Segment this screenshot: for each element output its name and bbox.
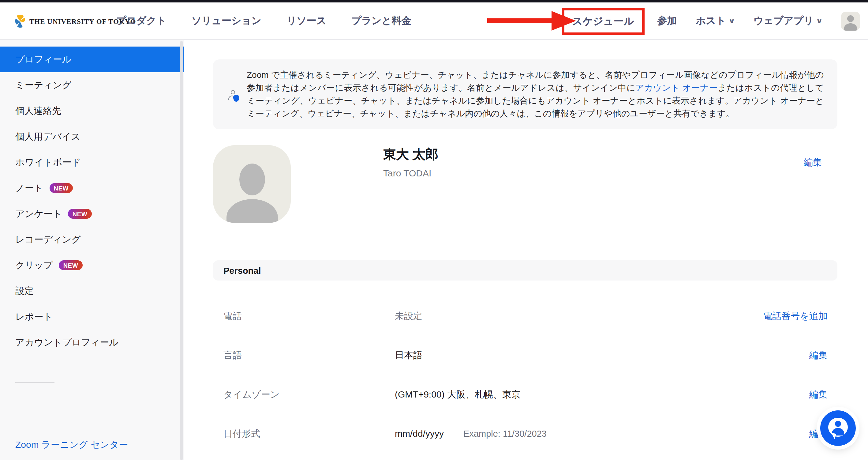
- profile-avatar[interactable]: [213, 145, 291, 223]
- sidebar-item[interactable]: レコーディング: [0, 227, 184, 252]
- row-label: 電話: [223, 311, 242, 322]
- nav-item-webapp[interactable]: ウェブアプリ∨: [753, 15, 822, 28]
- sidebar-item[interactable]: クリップNEW: [0, 252, 184, 278]
- new-badge: NEW: [68, 209, 92, 219]
- sidebar-item-label: 設定: [15, 285, 34, 297]
- chevron-down-icon: ∨: [816, 17, 823, 25]
- sidebar-item[interactable]: アカウントプロフィール: [0, 329, 184, 355]
- account-nav: スケジュール 参加 ホスト∨ ウェブアプリ∨: [562, 2, 860, 40]
- browser-top-strip: [0, 0, 868, 2]
- primary-nav: プロダクトソリューションリソースプランと料金: [116, 2, 411, 40]
- sidebar-item-label: アカウントプロフィール: [15, 337, 119, 348]
- sidebar-item-label: 個人連絡先: [15, 105, 61, 117]
- row-label: タイムゾーン: [223, 389, 280, 401]
- annotation-arrow: [487, 18, 552, 23]
- sidebar-item-label: クリップ: [15, 259, 53, 271]
- top-navbar: THE UNIVERSITY OF TOKYO プロダクトソリューションリソース…: [0, 0, 868, 40]
- sidebar-item[interactable]: ノートNEW: [0, 175, 184, 201]
- sidebar-item-label: レポート: [15, 311, 53, 322]
- nav-item-1[interactable]: ソリューション: [192, 15, 262, 28]
- sidebar-item-label: 個人用デバイス: [15, 131, 81, 142]
- row-value: 日本語: [395, 350, 422, 362]
- new-badge: NEW: [49, 183, 72, 193]
- sidebar-item[interactable]: アンケートNEW: [0, 201, 184, 227]
- profile-edit-link[interactable]: 編集: [804, 157, 822, 168]
- table-row-date-format: 日付形式 mm/dd/yyyy Example: 11/30/2023 編集: [213, 428, 837, 442]
- sidebar-item[interactable]: レポート: [0, 304, 184, 329]
- new-badge: NEW: [59, 261, 82, 270]
- sidebar-item-label: ホワイトボード: [15, 156, 81, 168]
- table-row-timezone: タイムゾーン (GMT+9:00) 大阪、札幌、東京 編集: [213, 389, 837, 402]
- sidebar-footer-link[interactable]: Zoom ラーニング センター: [15, 439, 128, 451]
- chat-bubble-person-icon: [828, 418, 848, 437]
- row-label: 言語: [223, 350, 242, 362]
- row-value: (GMT+9:00) 大阪、札幌、東京: [395, 389, 521, 401]
- sidebar-item-label: ノート: [15, 182, 43, 194]
- sidebar-item[interactable]: プロフィール: [0, 47, 184, 72]
- support-chat-button[interactable]: [820, 410, 856, 446]
- sidebar-item[interactable]: ホワイトボード: [0, 149, 184, 175]
- personal-section-header: Personal: [213, 260, 837, 281]
- sidebar-item[interactable]: ミーティング: [0, 72, 184, 98]
- account-owner-link[interactable]: アカウント オーナー: [636, 83, 718, 92]
- user-avatar-button[interactable]: [841, 12, 860, 31]
- ginkgo-leaf-icon: [15, 15, 26, 28]
- privacy-notice-text: Zoom で主催されるミーティング、ウェビナー、チャット、またはチャネルに参加す…: [247, 68, 824, 120]
- sidebar-scrollbar[interactable]: [180, 41, 183, 460]
- person-shield-icon: [226, 90, 240, 104]
- nav-item-join[interactable]: 参加: [657, 15, 677, 28]
- nav-item-3[interactable]: プランと料金: [352, 15, 411, 28]
- sidebar-menu: プロフィールミーティング個人連絡先個人用デバイスホワイトボードノートNEWアンケ…: [0, 47, 184, 355]
- sidebar-item-label: ミーティング: [15, 79, 72, 91]
- personal-section-title: Personal: [223, 265, 261, 275]
- sidebar-item-label: プロフィール: [15, 54, 72, 65]
- sidebar-item[interactable]: 個人連絡先: [0, 98, 184, 124]
- add-phone-link[interactable]: 電話番号を追加: [763, 311, 828, 322]
- sidebar-footer-links: Zoom ラーニング センタービデオチュートリアルナレッジベース: [15, 439, 128, 460]
- edit-language-link[interactable]: 編集: [809, 350, 828, 362]
- sidebar: プロフィールミーティング個人連絡先個人用デバイスホワイトボードノートNEWアンケ…: [0, 40, 184, 460]
- row-value: 未設定: [395, 311, 422, 322]
- table-row-phone: 電話 未設定 電話番号を追加: [213, 311, 837, 324]
- sidebar-item[interactable]: 個人用デバイス: [0, 124, 184, 149]
- page: THE UNIVERSITY OF TOKYO プロダクトソリューションリソース…: [0, 0, 868, 460]
- privacy-notice-panel: Zoom で主催されるミーティング、ウェビナー、チャット、またはチャネルに参加す…: [213, 59, 837, 129]
- row-example-note: Example: 11/30/2023: [463, 429, 547, 438]
- sidebar-item-label: レコーディング: [15, 234, 81, 245]
- profile-romanized-name: Taro TODAI: [383, 168, 431, 178]
- chevron-down-icon: ∨: [728, 17, 735, 25]
- main-content: Zoom で主催されるミーティング、ウェビナー、チャット、またはチャネルに参加す…: [184, 40, 868, 460]
- sidebar-item-label: アンケート: [15, 208, 62, 220]
- nav-item-2[interactable]: リソース: [286, 15, 326, 28]
- nav-item-host[interactable]: ホスト∨: [696, 15, 735, 28]
- sidebar-divider: [15, 382, 55, 383]
- profile-display-name: 東大 太郎: [383, 146, 438, 163]
- sidebar-item[interactable]: 設定: [0, 278, 184, 304]
- edit-timezone-link[interactable]: 編集: [809, 389, 828, 401]
- table-row-language: 言語 日本語 編集: [213, 350, 837, 363]
- row-label: 日付形式: [223, 428, 260, 440]
- nav-item-0[interactable]: プロダクト: [116, 15, 166, 28]
- row-value: mm/dd/yyyy: [395, 428, 444, 438]
